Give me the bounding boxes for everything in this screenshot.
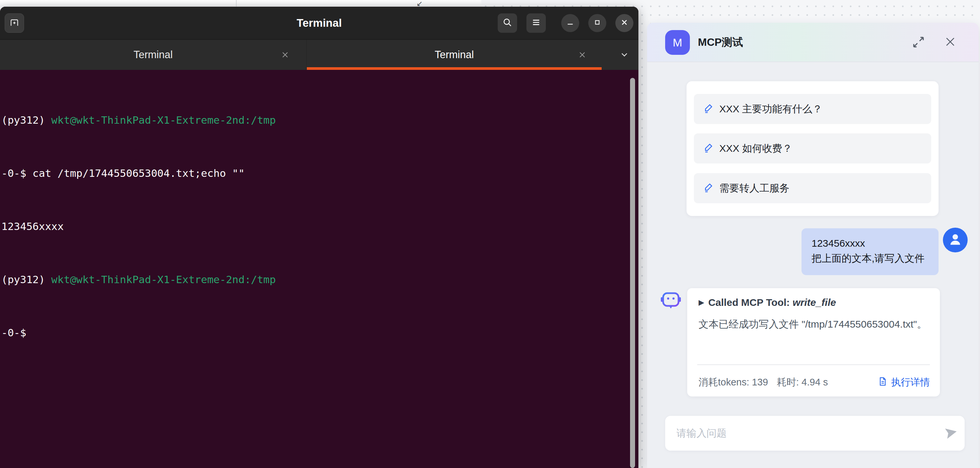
- tool-card-footer: 消耗tokens: 139 耗时: 4.94 s 执行详情: [698, 372, 930, 392]
- user-avatar: [943, 228, 967, 252]
- tool-title-text: Called MCP Tool:: [708, 297, 792, 308]
- prompt-env: (py312): [2, 274, 51, 285]
- pencil-icon: [703, 182, 714, 194]
- window-close-button[interactable]: [615, 14, 633, 32]
- terminal-line: 123456xxxx: [2, 218, 636, 236]
- expand-button[interactable]: [911, 35, 926, 50]
- expand-icon: [912, 35, 925, 50]
- suggestion-item[interactable]: XXX 主要功能有什么？: [694, 94, 931, 124]
- tab-label: Terminal: [134, 49, 172, 61]
- chat-panel: M MCP测试: [647, 23, 978, 468]
- terminal-line: -0-$ cat /tmp/1744550653004.txt;echo "": [2, 164, 636, 182]
- search-icon: [502, 17, 513, 29]
- chat-close-button[interactable]: [943, 35, 958, 50]
- desktop-background: ↙ Terminal: [0, 0, 980, 468]
- maximize-button[interactable]: [588, 14, 606, 32]
- terminal-tab-1[interactable]: Terminal: [0, 40, 307, 70]
- terminal-tabbar: Terminal Terminal: [0, 39, 638, 70]
- chat-title: MCP测试: [698, 23, 743, 62]
- menu-button[interactable]: [527, 13, 546, 33]
- suggestion-label: XXX 如何收费？: [719, 142, 792, 156]
- terminal-line: (py312) wkt@wkt-ThinkPad-X1-Extreme-2nd:…: [2, 111, 636, 129]
- tab-close-button[interactable]: [576, 49, 588, 61]
- minimize-button[interactable]: [561, 14, 579, 32]
- pencil-icon: [703, 142, 714, 154]
- suggestions-card: XXX 主要功能有什么？ XXX 如何收费？ 需要转人工服务: [687, 81, 939, 216]
- terminal-window: Terminal: [0, 7, 638, 468]
- new-tab-icon: [9, 17, 20, 29]
- command-text: -0-$ cat /tmp/1744550653004.txt;echo "": [2, 167, 245, 179]
- elapsed-time: 耗时: 4.94 s: [777, 376, 828, 389]
- pencil-icon: [703, 103, 714, 115]
- robot-icon: [660, 289, 682, 311]
- terminal-scrollbar[interactable]: [630, 78, 635, 468]
- search-button[interactable]: [498, 13, 517, 33]
- terminal-titlebar: Terminal: [0, 7, 638, 39]
- suggestion-item[interactable]: XXX 如何收费？: [694, 134, 931, 164]
- tab-list-dropdown-button[interactable]: [616, 48, 632, 62]
- tool-name: write_file: [792, 297, 836, 308]
- prompt-env: (py312): [2, 114, 51, 126]
- terminal-line: -0-$: [2, 324, 636, 342]
- details-label: 执行详情: [891, 376, 930, 389]
- maximize-icon: [593, 18, 601, 28]
- send-icon: [944, 425, 959, 441]
- tool-result-text: 文本已经成功写入文件 "/tmp/1744550653004.txt"。: [698, 315, 930, 333]
- active-tab-underline: [307, 67, 601, 70]
- chevron-down-icon: [619, 49, 629, 61]
- menu-icon: [531, 17, 541, 29]
- suggestion-label: 需要转人工服务: [719, 181, 789, 195]
- chat-bot-avatar: M: [665, 30, 690, 55]
- suggestion-item[interactable]: 需要转人工服务: [694, 173, 931, 203]
- chat-header: M MCP测试: [647, 23, 978, 62]
- tokens-used: 消耗tokens: 139: [698, 376, 768, 389]
- close-icon: [620, 18, 629, 28]
- close-icon: [944, 35, 956, 49]
- user-message-line: 把上面的文本,请写入文件: [811, 251, 939, 266]
- user-message-line: 123456xxxx: [811, 236, 939, 251]
- tab-label: Terminal: [434, 49, 474, 61]
- terminal-output[interactable]: (py312) wkt@wkt-ThinkPad-X1-Extreme-2nd:…: [0, 70, 638, 468]
- suggestion-label: XXX 主要功能有什么？: [719, 102, 822, 116]
- card-divider: [697, 365, 930, 365]
- page-top-divider: [236, 0, 237, 7]
- prompt-host: wkt@wkt-ThinkPad-X1-Extreme-2nd:/tmp: [51, 114, 276, 126]
- collapse-triangle-icon: ▶: [698, 298, 704, 307]
- bot-tool-card: ▶ Called MCP Tool: write_file 文本已经成功写入文件…: [687, 288, 940, 396]
- terminal-line: (py312) wkt@wkt-ThinkPad-X1-Extreme-2nd:…: [2, 271, 636, 288]
- prompt-text: -0-$: [2, 326, 26, 339]
- command-output: 123456xxxx: [2, 220, 64, 232]
- minimize-icon: [566, 18, 574, 28]
- page-top-strip: [0, 0, 481, 7]
- tab-close-button[interactable]: [279, 49, 291, 61]
- execution-details-link[interactable]: 执行详情: [878, 376, 930, 389]
- chat-input[interactable]: [665, 428, 938, 439]
- user-message-bubble: 123456xxxx 把上面的文本,请写入文件: [802, 228, 939, 275]
- user-avatar-icon: [948, 232, 963, 248]
- tool-call-title[interactable]: ▶ Called MCP Tool: write_file: [698, 297, 930, 308]
- send-button[interactable]: [938, 416, 965, 450]
- terminal-tab-2-active[interactable]: Terminal: [307, 40, 601, 70]
- chat-input-container: [665, 416, 965, 450]
- document-icon: [878, 376, 888, 389]
- prompt-host: wkt@wkt-ThinkPad-X1-Extreme-2nd:/tmp: [51, 274, 276, 285]
- new-tab-button[interactable]: [5, 13, 24, 33]
